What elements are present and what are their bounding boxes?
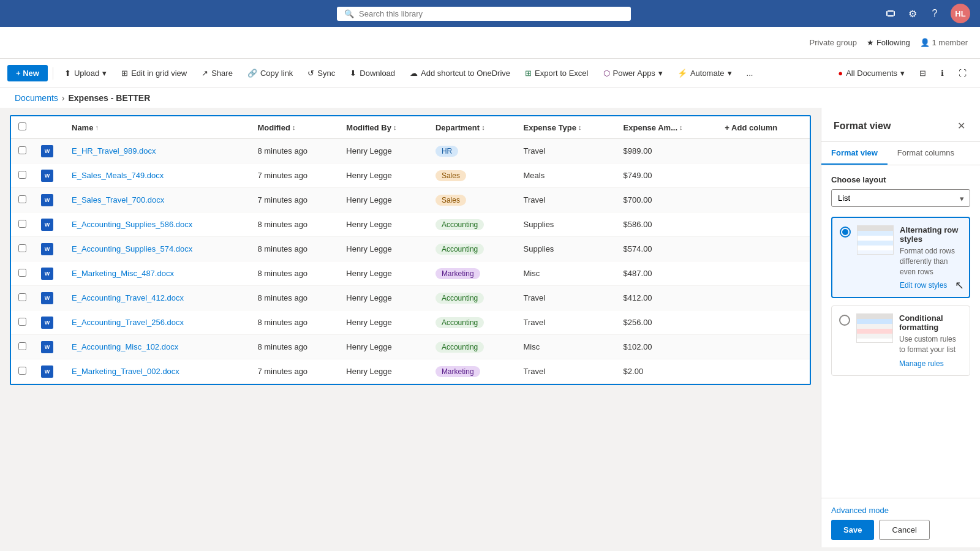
- settings-icon[interactable]: ⚙: [907, 7, 919, 20]
- row-department: HR: [428, 139, 516, 163]
- modified-by-header[interactable]: Modified By↕: [339, 116, 428, 139]
- breadcrumb-separator: ›: [62, 93, 65, 103]
- row-name[interactable]: E_Marketing_Misc_487.docx: [64, 261, 250, 286]
- automate-button[interactable]: ⚡ Automate ▾: [671, 65, 738, 81]
- tab-format-view[interactable]: Format view: [821, 142, 888, 165]
- department-header[interactable]: Department↕: [428, 116, 516, 139]
- svg-rect-1: [894, 11, 895, 16]
- upload-button[interactable]: ⬆ Upload ▾: [58, 65, 113, 81]
- expense-type-header[interactable]: Expense Type↕: [516, 116, 616, 139]
- row-modified: 7 minutes ago: [250, 163, 339, 188]
- row-file-icon: W: [34, 286, 64, 310]
- notifications-icon[interactable]: [884, 7, 897, 20]
- row-checkbox[interactable]: [11, 212, 34, 237]
- sync-button[interactable]: ↺ Sync: [301, 65, 341, 81]
- conditional-formatting-option[interactable]: Conditional formatting Use custom rules …: [831, 305, 970, 376]
- row-name[interactable]: E_Accounting_Supplies_586.docx: [64, 212, 250, 237]
- view-chevron: ▾: [900, 69, 905, 78]
- help-icon[interactable]: ?: [929, 7, 941, 20]
- more-button[interactable]: ...: [741, 65, 760, 81]
- row-add-col: [717, 237, 810, 261]
- cursor: ↖: [955, 279, 964, 292]
- modified-header[interactable]: Modified↕: [250, 116, 339, 139]
- separator-1: [53, 67, 53, 80]
- row-name[interactable]: E_Sales_Meals_749.docx: [64, 163, 250, 188]
- name-header[interactable]: Name↑: [64, 116, 250, 139]
- row-name[interactable]: E_Marketing_Travel_002.docx: [64, 359, 250, 384]
- row-checkbox[interactable]: [11, 359, 34, 384]
- row-modified-by: Henry Legge: [339, 286, 428, 310]
- word-doc-icon: W: [41, 268, 53, 280]
- advanced-mode-link[interactable]: Advanced mode: [831, 506, 970, 515]
- edit-row-styles-link[interactable]: Edit row styles: [900, 281, 947, 290]
- word-doc-icon: W: [41, 243, 53, 255]
- layout-select-wrapper[interactable]: List Compact List Gallery: [831, 189, 970, 207]
- row-checkbox[interactable]: [11, 163, 34, 188]
- new-button[interactable]: + New: [7, 65, 48, 81]
- avatar[interactable]: HL: [951, 4, 970, 23]
- search-bar[interactable]: 🔍: [337, 7, 631, 21]
- panel-body: Choose layout List Compact List Gallery: [821, 165, 980, 498]
- row-checkbox[interactable]: [11, 286, 34, 310]
- alternating-info: Alternating row styles Format odd rows d…: [900, 225, 962, 290]
- row-checkbox[interactable]: [11, 188, 34, 212]
- alternating-radio[interactable]: [840, 227, 851, 238]
- conditional-preview: [856, 313, 893, 343]
- row-file-icon: W: [34, 261, 64, 286]
- layout-select[interactable]: List Compact List Gallery: [831, 189, 970, 207]
- row-expense-type: Misc: [516, 261, 616, 286]
- row-file-icon: W: [34, 310, 64, 335]
- person-icon: 👤: [920, 38, 930, 47]
- edit-grid-button[interactable]: ⊞ Edit in grid view: [115, 65, 193, 81]
- row-checkbox[interactable]: [11, 310, 34, 335]
- cancel-button[interactable]: Cancel: [879, 520, 929, 540]
- share-button[interactable]: ↗ Share: [195, 65, 239, 81]
- manage-rules-link[interactable]: Manage rules: [899, 359, 944, 368]
- row-checkbox[interactable]: [11, 237, 34, 261]
- row-name[interactable]: E_Accounting_Supplies_574.docx: [64, 237, 250, 261]
- row-name[interactable]: E_Accounting_Travel_412.docx: [64, 286, 250, 310]
- share-icon: ↗: [202, 69, 208, 78]
- panel-header: Format view ✕: [821, 108, 980, 142]
- export-excel-button[interactable]: ⊞ Export to Excel: [519, 65, 594, 81]
- following-button[interactable]: ★ Following: [867, 38, 910, 47]
- document-table: Name↑ Modified↕ Modified By↕ Department↕…: [10, 115, 811, 385]
- word-doc-icon: W: [41, 219, 53, 231]
- word-doc-icon: W: [41, 292, 53, 304]
- row-checkbox[interactable]: [11, 335, 34, 359]
- row-modified-by: Henry Legge: [339, 335, 428, 359]
- site-meta: Private group ★ Following 👤 1 member: [810, 38, 968, 47]
- checkbox-header[interactable]: [11, 116, 34, 139]
- table-row: W E_Marketing_Misc_487.docx 8 minutes ag…: [11, 261, 810, 286]
- info-button[interactable]: ℹ: [935, 65, 950, 81]
- row-name[interactable]: E_Accounting_Travel_256.docx: [64, 310, 250, 335]
- add-column-header[interactable]: + Add column: [717, 116, 810, 139]
- all-documents-button[interactable]: ● All Documents ▾: [832, 65, 911, 81]
- row-name[interactable]: E_HR_Travel_989.docx: [64, 139, 250, 163]
- row-name[interactable]: E_Sales_Travel_700.docx: [64, 188, 250, 212]
- alternating-preview: [857, 225, 894, 255]
- row-file-icon: W: [34, 237, 64, 261]
- alternating-row-option[interactable]: Alternating row styles Format odd rows d…: [831, 217, 970, 298]
- expense-amount-header[interactable]: Expense Am...↕: [616, 116, 718, 139]
- power-apps-button[interactable]: ⬡ Power Apps ▾: [597, 65, 669, 81]
- tab-format-columns[interactable]: Format columns: [888, 142, 964, 165]
- row-checkbox[interactable]: [11, 261, 34, 286]
- row-checkbox[interactable]: [11, 139, 34, 163]
- row-name[interactable]: E_Accounting_Misc_102.docx: [64, 335, 250, 359]
- search-input[interactable]: [359, 9, 624, 18]
- alternating-desc: Format odd rows differently than even ro…: [900, 246, 962, 277]
- add-shortcut-button[interactable]: ☁ Add shortcut to OneDrive: [404, 65, 516, 81]
- row-add-col: [717, 359, 810, 384]
- fullscreen-button[interactable]: ⛶: [952, 65, 973, 81]
- conditional-radio[interactable]: [839, 315, 850, 326]
- row-modified: 8 minutes ago: [250, 212, 339, 237]
- panel-tabs: Format view Format columns: [821, 142, 980, 165]
- download-button[interactable]: ⬇ Download: [344, 65, 401, 81]
- filter-button[interactable]: ⊟: [913, 65, 932, 81]
- copy-link-button[interactable]: 🔗 Copy link: [241, 65, 299, 81]
- breadcrumb-parent[interactable]: Documents: [15, 93, 58, 103]
- save-button[interactable]: Save: [831, 520, 874, 540]
- panel-close-button[interactable]: ✕: [955, 118, 968, 134]
- row-department: Accounting: [428, 237, 516, 261]
